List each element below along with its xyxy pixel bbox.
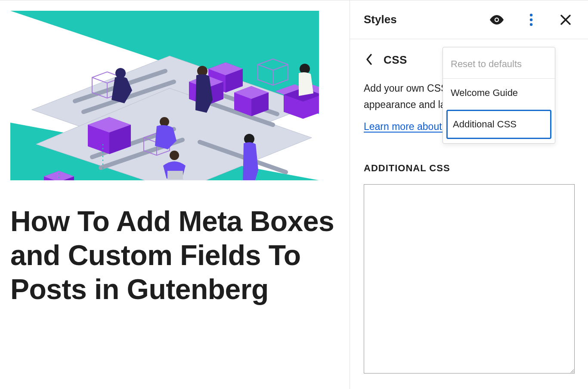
eye-icon — [489, 15, 504, 25]
close-icon — [560, 14, 571, 25]
sidebar-header-actions — [488, 11, 574, 28]
more-menu-button[interactable] — [523, 11, 540, 28]
svg-point-48 — [530, 18, 532, 21]
featured-image[interactable] — [10, 11, 319, 180]
additional-css-textarea[interactable] — [364, 184, 575, 374]
sidebar-header: Styles — [350, 0, 588, 39]
editor-canvas[interactable]: How To Add Meta Boxes and Custom Fields … — [0, 0, 350, 389]
more-vertical-icon — [529, 13, 533, 26]
additional-css-label: ADDITIONAL CSS — [364, 163, 574, 174]
breadcrumb-label: CSS — [384, 53, 407, 67]
menu-item-welcome-guide[interactable]: Welcome Guide — [443, 79, 555, 107]
style-book-button[interactable] — [488, 11, 505, 28]
chevron-left-icon — [365, 53, 372, 65]
styles-sidebar: Styles — [350, 0, 588, 389]
more-menu-dropdown: Reset to defaults Welcome Guide Addition… — [443, 47, 555, 144]
svg-rect-42 — [167, 171, 183, 179]
menu-item-additional-css[interactable]: Additional CSS — [446, 110, 551, 139]
svg-point-41 — [170, 151, 179, 160]
svg-point-39 — [160, 117, 169, 127]
sidebar-title: Styles — [364, 13, 488, 26]
menu-item-reset: Reset to defaults — [443, 50, 555, 78]
svg-point-47 — [530, 13, 532, 16]
app-root: How To Add Meta Boxes and Custom Fields … — [0, 0, 588, 389]
svg-point-46 — [495, 19, 498, 21]
illustration-icon — [10, 11, 319, 180]
back-button[interactable] — [364, 51, 374, 68]
svg-point-49 — [530, 23, 532, 25]
post-title[interactable]: How To Add Meta Boxes and Custom Fields … — [10, 204, 339, 307]
close-sidebar-button[interactable] — [557, 11, 574, 28]
